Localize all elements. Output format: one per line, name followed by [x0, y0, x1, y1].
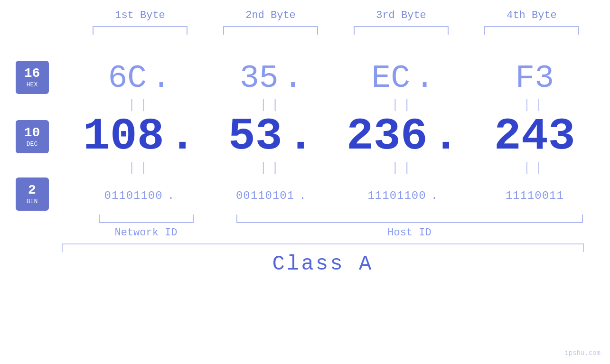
equals1-4: || — [523, 97, 546, 112]
equals2-3: || — [391, 160, 415, 175]
equals1-2: || — [259, 97, 283, 112]
hex-badge-label: HEX — [27, 81, 38, 88]
bin-byte2: 00110101 — [236, 189, 294, 202]
host-id-label: Host ID — [387, 227, 431, 239]
bin-byte3-group: 11101100 . — [344, 186, 462, 202]
hex-row: 16 HEX 6C . 35 . EC . F3 — [0, 58, 610, 96]
top-bracket-2 — [223, 26, 318, 35]
dec-byte3-group: 236 . — [344, 114, 462, 159]
watermark: ipshu.com — [564, 349, 601, 357]
bin-badge: 2 BIN — [16, 177, 49, 211]
dec-dot1: . — [169, 114, 196, 159]
bin-row: 2 BIN 01101100 . 00110101 . 11101100 . 1… — [0, 177, 610, 211]
byte1-header: 1st Byte — [88, 9, 192, 21]
hex-byte2-group: 35 . — [212, 58, 330, 96]
dec-dot2: . — [287, 114, 314, 159]
bin-badge-spacer: 2 BIN — [0, 177, 64, 211]
class-bracket — [62, 243, 584, 252]
hex-badge-number: 16 — [24, 66, 40, 81]
bin-byte4: 11110011 — [506, 189, 564, 202]
hex-byte4: F3 — [515, 61, 554, 96]
network-bracket — [99, 215, 194, 223]
equals2-4: || — [523, 160, 546, 175]
equals1-3: || — [391, 97, 415, 112]
dec-values-row: 108 . 53 . 236 . 243 — [64, 114, 610, 159]
host-id-section: Host ID — [232, 215, 588, 239]
hex-byte2: 35 — [240, 61, 279, 96]
bin-byte2-group: 00110101 . — [212, 186, 330, 202]
host-bracket — [236, 215, 583, 223]
hex-values-row: 6C . 35 . EC . F3 — [64, 58, 610, 96]
network-id-section: Network ID — [87, 215, 206, 239]
equals-row-2: || || || || — [0, 160, 610, 175]
dec-byte3: 236 — [347, 114, 428, 159]
byte2-header: 2nd Byte — [218, 9, 323, 21]
hex-badge-spacer: 16 HEX — [0, 61, 64, 94]
hex-byte1: 6C — [108, 61, 147, 96]
dec-byte2: 53 — [228, 114, 282, 159]
dec-badge-number: 10 — [24, 126, 40, 140]
equals-values-1: || || || || — [64, 97, 610, 112]
hex-dot3: . — [415, 61, 434, 96]
byte3-header: 3rd Byte — [349, 9, 453, 21]
network-id-label: Network ID — [114, 227, 177, 239]
bin-badge-label: BIN — [27, 198, 38, 205]
equals2-2: || — [259, 160, 283, 175]
hex-byte3: EC — [372, 61, 411, 96]
dec-byte1: 108 — [83, 114, 164, 159]
dec-byte2-group: 53 . — [212, 114, 330, 159]
bin-byte1-group: 01101100 . — [80, 186, 199, 202]
hex-byte1-group: 6C . — [80, 58, 199, 96]
class-label: Class A — [272, 252, 374, 276]
bin-byte1: 01101100 — [104, 189, 162, 202]
bin-badge-number: 2 — [28, 183, 36, 198]
bin-byte4-group: 11110011 — [475, 186, 594, 202]
byte4-header: 4th Byte — [479, 9, 584, 21]
bin-byte3: 11101100 — [367, 189, 426, 202]
bin-dot3: . — [431, 189, 438, 202]
dec-badge-label: DEC — [27, 140, 38, 148]
bin-dot1: . — [168, 189, 175, 202]
hex-dot1: . — [151, 61, 171, 96]
hex-badge: 16 HEX — [16, 61, 49, 94]
dec-row: 10 DEC 108 . 53 . 236 . 243 — [0, 114, 610, 159]
bottom-bracket-section: Network ID Host ID — [0, 215, 610, 239]
hex-dot2: . — [283, 61, 303, 96]
bin-dot2: . — [299, 189, 306, 202]
hex-byte4-group: F3 — [475, 58, 594, 96]
byte-headers: 1st Byte 2nd Byte 3rd Byte 4th Byte — [75, 9, 597, 21]
hex-byte3-group: EC . — [344, 58, 462, 96]
main-container: 1st Byte 2nd Byte 3rd Byte 4th Byte 16 H… — [0, 0, 610, 364]
equals-row-1: || || || || — [0, 97, 610, 112]
equals-values-2: || || || || — [64, 160, 610, 175]
top-brackets — [75, 26, 597, 35]
dec-badge-spacer: 10 DEC — [0, 120, 64, 153]
top-bracket-3 — [354, 26, 449, 35]
top-bracket-1 — [93, 26, 188, 35]
dec-byte4-group: 243 — [475, 114, 594, 159]
dec-badge: 10 DEC — [16, 120, 49, 153]
top-bracket-4 — [484, 26, 579, 35]
bin-values-row: 01101100 . 00110101 . 11101100 . 1111001… — [64, 186, 610, 202]
dec-dot3: . — [432, 114, 460, 159]
dec-byte1-group: 108 . — [80, 114, 199, 159]
equals1-1: || — [128, 97, 151, 112]
class-section: Class A — [0, 243, 610, 276]
equals2-1: || — [128, 160, 151, 175]
dec-byte4: 243 — [494, 114, 575, 159]
